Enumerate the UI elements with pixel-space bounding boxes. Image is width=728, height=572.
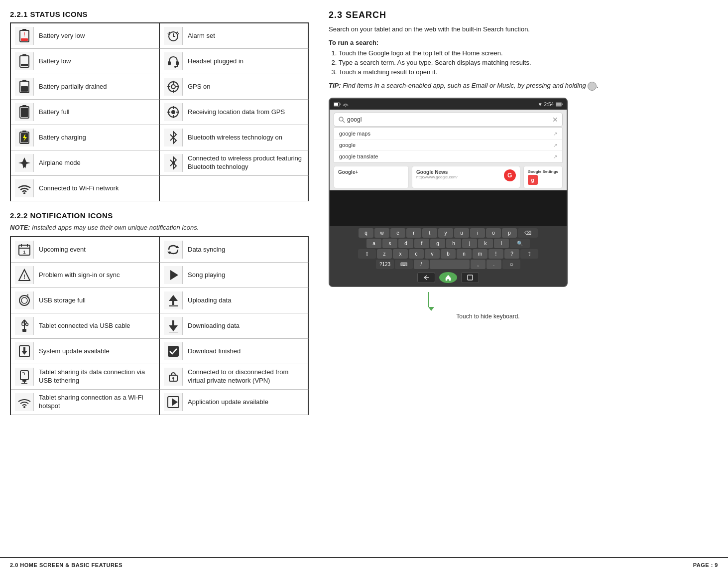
alarm-icon: [164, 27, 183, 45]
table-row: Receiving location data from GPS: [160, 100, 309, 125]
battery-very-low-label: Battery very low: [39, 32, 155, 40]
key-comma[interactable]: ,: [471, 260, 485, 269]
key-period[interactable]: .: [486, 260, 501, 269]
key-h[interactable]: h: [446, 239, 461, 248]
svg-rect-73: [22, 380, 26, 382]
table-row: Headset plugged in: [160, 49, 309, 74]
alarm-label: Alarm set: [188, 32, 304, 40]
vpn-label: Connected to or disconnected from virtua…: [188, 368, 304, 385]
tablet-search-bar[interactable]: googl ✕: [334, 113, 563, 127]
key-i[interactable]: i: [470, 228, 485, 238]
key-shift[interactable]: ⇧: [358, 249, 376, 259]
note-bold: NOTE:: [10, 224, 30, 231]
result-card-google-news[interactable]: Google News http://www.google.com/ G: [412, 166, 520, 188]
note-text-body: Installed apps may use their own unique …: [30, 224, 199, 231]
key-excl[interactable]: !: [488, 249, 503, 259]
key-q[interactable]: q: [359, 228, 373, 238]
table-row: GPS on: [160, 74, 309, 100]
nav-back[interactable]: [417, 272, 435, 283]
key-t[interactable]: t: [422, 228, 437, 238]
upcoming-event-label: Upcoming event: [39, 246, 155, 254]
key-u[interactable]: u: [454, 228, 469, 238]
key-n[interactable]: n: [457, 249, 472, 259]
key-e[interactable]: e: [390, 228, 405, 238]
key-backspace[interactable]: ⌫: [518, 228, 538, 238]
svg-line-10: [177, 33, 179, 35]
table-row: Connected to wireless product featuring …: [160, 150, 309, 176]
result-card-google-plus[interactable]: Google+: [334, 166, 409, 188]
tablet-status-left: [334, 101, 349, 107]
key-c[interactable]: c: [409, 249, 424, 259]
gps-icon: [164, 78, 183, 96]
key-r[interactable]: r: [406, 228, 421, 238]
key-f[interactable]: f: [414, 239, 429, 248]
svg-point-87: [345, 106, 346, 107]
key-z[interactable]: z: [377, 249, 392, 259]
hotspot-label: Tablet sharing connection as a Wi-Fi hot…: [39, 394, 155, 411]
result-title: Google Settings: [528, 169, 558, 174]
airplane-label: Airplane mode: [39, 159, 155, 167]
status-icons-table: ! Battery very low: [10, 22, 309, 201]
usb-storage-full-label: USB storage full: [39, 296, 155, 305]
key-shift-right[interactable]: ⇧: [520, 249, 538, 259]
key-quest[interactable]: ?: [504, 249, 519, 259]
table-row: Downloading data: [160, 313, 309, 339]
hotspot-icon: [15, 393, 34, 411]
suggestion-item[interactable]: google maps ↗: [334, 128, 562, 140]
key-y[interactable]: y: [438, 228, 453, 238]
key-g[interactable]: g: [430, 239, 445, 248]
table-row: 1 Upcoming event: [11, 237, 160, 263]
key-k[interactable]: k: [478, 239, 493, 248]
notification-icons-table: 1 Upcoming event Data syncing: [10, 236, 309, 415]
key-123[interactable]: ?123: [376, 260, 394, 269]
key-enter[interactable]: 🔍: [510, 239, 530, 248]
nav-recent[interactable]: [461, 272, 479, 283]
table-row: Connected to Wi-Fi network: [11, 176, 160, 201]
nav-home[interactable]: [439, 272, 457, 283]
upload-icon: [164, 291, 183, 309]
tip-text: TIP: Find items in a search-enabled app,…: [329, 82, 713, 91]
svg-point-18: [174, 66, 176, 68]
key-m[interactable]: m: [473, 249, 487, 259]
table-row: Song playing: [160, 263, 309, 288]
key-w[interactable]: w: [374, 228, 389, 238]
key-space[interactable]: [430, 260, 470, 269]
search-steps-title: To run a search:: [329, 39, 713, 46]
key-emoji[interactable]: ☺: [502, 260, 520, 269]
suggestion-item[interactable]: google translate ↗: [334, 151, 562, 162]
app-update-icon: [164, 393, 183, 411]
table-row: Tablet sharing connection as a Wi-Fi hot…: [11, 390, 160, 415]
keyboard-row-1: q w e r t y u i o p ⌫: [331, 228, 566, 238]
google-settings-area: Google Settings g: [523, 166, 563, 188]
result-card-google-settings[interactable]: Google Settings g: [523, 166, 563, 188]
key-b[interactable]: b: [441, 249, 456, 259]
key-p[interactable]: p: [502, 228, 517, 238]
svg-point-79: [172, 377, 174, 379]
key-l[interactable]: l: [494, 239, 509, 248]
key-j[interactable]: j: [462, 239, 477, 248]
table-row: Tablet connected via USB cable: [11, 313, 160, 339]
key-v[interactable]: v: [425, 249, 440, 259]
airplane-icon: [15, 154, 34, 172]
key-x[interactable]: x: [393, 249, 408, 259]
system-update-label: System update available: [39, 347, 155, 356]
key-d[interactable]: d: [398, 239, 413, 248]
calendar-icon: 1: [15, 241, 34, 259]
search-close[interactable]: ✕: [552, 116, 558, 124]
key-a[interactable]: a: [366, 239, 381, 248]
key-slash[interactable]: /: [414, 260, 429, 269]
svg-text:!: !: [27, 294, 28, 299]
suggestion-item[interactable]: google ↗: [334, 140, 562, 151]
key-s[interactable]: s: [382, 239, 397, 248]
key-lang[interactable]: ⌨: [395, 260, 413, 269]
usb-icon: [15, 317, 34, 335]
gps-active-icon: [164, 103, 183, 121]
svg-rect-14: [168, 61, 171, 65]
arrow-line: [428, 292, 429, 307]
svg-text:!: !: [23, 274, 25, 281]
wifi-label: Connected to Wi-Fi network: [39, 184, 155, 193]
tip-icon: [588, 82, 597, 91]
key-o[interactable]: o: [486, 228, 501, 238]
svg-rect-86: [334, 103, 338, 106]
svg-marker-56: [169, 295, 178, 301]
